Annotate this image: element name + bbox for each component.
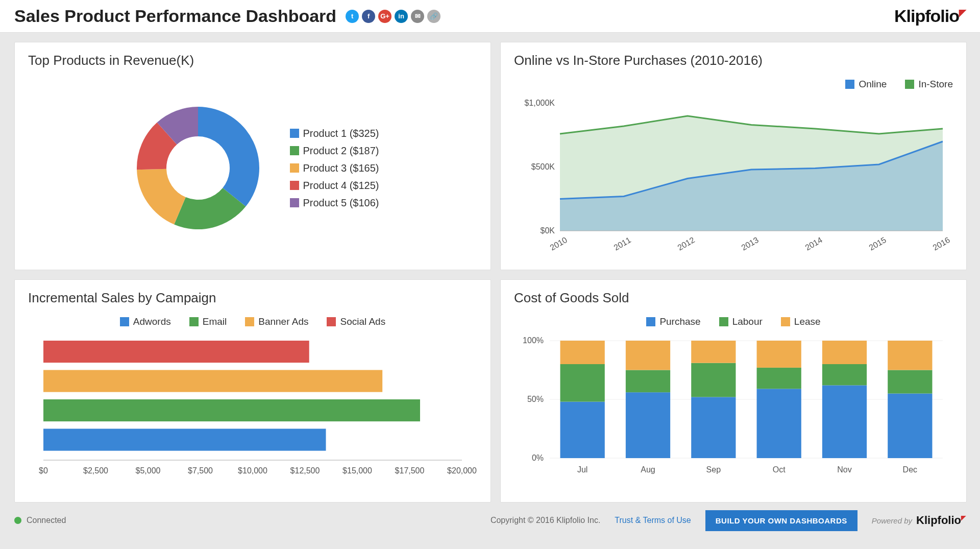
dashboard-grid: Top Products in Revenue(K) Product 1 ($3… [0,33,980,503]
bar [43,370,382,392]
stack-segment [888,341,932,370]
stack-segment [757,341,801,368]
stack-segment [691,397,736,458]
donut-chart [127,97,270,240]
hbar-chart: $0$2,500$5,000$7,500$10,000$12,500$15,00… [28,336,477,484]
svg-text:2011: 2011 [612,235,632,252]
area-legend: OnlineIn-Store [514,79,953,90]
svg-text:Nov: Nov [837,465,851,474]
legend-item: Banner Ads [245,316,308,327]
cta-button[interactable]: BUILD YOUR OWN DASHBOARDS [705,510,857,531]
svg-text:Oct: Oct [773,465,786,474]
bar [43,429,326,451]
stack-segment [560,402,605,458]
svg-text:100%: 100% [523,336,544,345]
legend-item: Social Ads [327,316,385,327]
cogs-chart: 0%50%100%JulAugSepOctNovDec [514,336,953,484]
copyright: Copyright © 2016 Klipfolio Inc. [491,516,600,525]
legend-item: In-Store [905,79,953,90]
legend-item: Labour [719,316,763,327]
status-dot-icon [14,517,21,524]
donut-slice [198,107,259,206]
legend-item: Adwords [120,316,171,327]
page-title: Sales Product Performance Dashboard [14,6,336,26]
legend-item: Product 1 ($325) [290,125,379,142]
card-title: Top Products in Revenue(K) [28,53,477,68]
stack-segment [626,392,670,458]
email-icon[interactable]: ✉ [411,10,424,23]
donut-legend: Product 1 ($325)Product 2 ($187)Product … [290,125,379,211]
legend-item: Purchase [646,316,700,327]
legend-item: Product 2 ($187) [290,142,379,159]
twitter-icon[interactable]: t [346,10,359,23]
svg-text:2016: 2016 [932,235,951,252]
svg-text:$15,000: $15,000 [342,466,372,475]
svg-text:$17,500: $17,500 [395,466,425,475]
linkedin-icon[interactable]: in [395,10,408,23]
stack-segment [822,341,867,364]
svg-text:Dec: Dec [903,465,917,474]
svg-text:2013: 2013 [740,235,760,252]
googleplus-icon[interactable]: G+ [378,10,391,23]
card-title: Online vs In-Store Purchases (2010-2016) [514,53,953,68]
facebook-icon[interactable]: f [362,10,375,23]
svg-text:50%: 50% [527,395,544,403]
stack-segment [560,364,605,402]
svg-text:$1,000K: $1,000K [524,99,555,107]
footer: Connected Copyright © 2016 Klipfolio Inc… [0,503,980,538]
svg-text:$2,500: $2,500 [83,466,108,475]
legend-item: Product 5 ($106) [290,194,379,211]
stack-segment [888,370,932,394]
svg-text:$20,000: $20,000 [447,466,477,475]
brand-logo: Klipfolio◤ [894,6,966,26]
stack-segment [822,385,867,458]
cogs-legend: PurchaseLabourLease [514,316,953,327]
svg-text:2015: 2015 [868,235,888,252]
stack-segment [626,370,670,393]
svg-text:Sep: Sep [706,465,721,474]
legend-item: Email [189,316,227,327]
svg-text:$7,500: $7,500 [188,466,213,475]
bar [43,341,309,363]
stack-segment [757,368,801,389]
legend-item: Product 4 ($125) [290,177,379,194]
legend-item: Lease [781,316,821,327]
stack-segment [691,363,736,397]
svg-text:$10,000: $10,000 [238,466,267,475]
legend-item: Online [845,79,887,90]
card-top-products: Top Products in Revenue(K) Product 1 ($3… [14,42,491,270]
svg-text:$500K: $500K [531,162,555,171]
powered-by: Powered by Klipfolio◤ [872,514,966,527]
bar [43,399,420,421]
hbar-legend: AdwordsEmailBanner AdsSocial Ads [28,316,477,327]
svg-text:2014: 2014 [804,235,824,252]
share-icons: tfG+in✉🔗 [346,10,440,23]
svg-text:Jul: Jul [577,465,587,474]
card-online-vs-instore: Online vs In-Store Purchases (2010-2016)… [500,42,967,270]
stack-segment [822,364,867,385]
svg-text:2012: 2012 [676,235,696,252]
card-incremental-sales: Incremental Sales by Campaign AdwordsEma… [14,279,491,503]
svg-text:2010: 2010 [549,235,569,252]
stack-segment [888,394,932,459]
header: Sales Product Performance Dashboard tfG+… [0,0,980,33]
card-title: Cost of Goods Sold [514,290,953,306]
legend-item: Product 3 ($165) [290,159,379,177]
terms-link[interactable]: Trust & Terms of Use [615,516,691,525]
card-cogs: Cost of Goods Sold PurchaseLabourLease 0… [500,279,967,503]
card-title: Incremental Sales by Campaign [28,290,477,306]
svg-text:$5,000: $5,000 [136,466,161,475]
stack-segment [626,341,670,370]
status-text: Connected [27,516,66,525]
svg-text:$0K: $0K [541,226,555,235]
stack-segment [560,341,605,364]
link-icon[interactable]: 🔗 [427,10,440,23]
stack-segment [757,389,801,458]
area-chart: $0K$500K$1,000K2010201120122013201420152… [514,98,953,261]
stack-segment [691,341,736,363]
svg-text:$12,500: $12,500 [290,466,320,475]
svg-text:Aug: Aug [641,465,655,474]
svg-text:0%: 0% [532,453,544,462]
svg-text:$0: $0 [39,466,48,475]
